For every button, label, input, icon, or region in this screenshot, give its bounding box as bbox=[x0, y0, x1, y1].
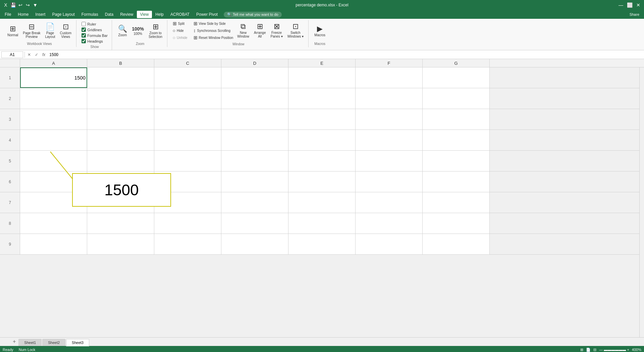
hide-button[interactable]: ○ Hide bbox=[171, 27, 192, 34]
formula-input[interactable] bbox=[48, 52, 643, 58]
cell-a3[interactable] bbox=[20, 109, 87, 130]
cell-g3[interactable] bbox=[423, 109, 490, 130]
sheet-tab-1[interactable]: Sheet1 bbox=[18, 339, 42, 346]
cell-d7[interactable] bbox=[221, 192, 288, 213]
custom-views-button[interactable]: ⊡ CustomViews bbox=[58, 21, 73, 40]
row-number-6[interactable]: 6 bbox=[0, 171, 20, 192]
customize-icon[interactable]: ▼ bbox=[32, 2, 38, 8]
cell-reference-box[interactable]: A1 bbox=[1, 51, 23, 58]
cell-a6[interactable] bbox=[20, 171, 87, 192]
menu-formulas[interactable]: Formulas bbox=[78, 11, 102, 18]
cell-f5[interactable] bbox=[356, 151, 423, 171]
cell-b2[interactable] bbox=[87, 88, 154, 109]
menu-acrobat[interactable]: ACROBAT bbox=[167, 11, 193, 18]
menu-review[interactable]: Review bbox=[117, 11, 137, 18]
cell-g9[interactable] bbox=[423, 234, 490, 254]
cell-b5[interactable] bbox=[87, 151, 154, 171]
menu-home[interactable]: Home bbox=[14, 11, 32, 18]
cell-d5[interactable] bbox=[221, 151, 288, 171]
cell-e8[interactable] bbox=[288, 213, 356, 234]
cell-d4[interactable] bbox=[221, 130, 288, 150]
cell-a8[interactable] bbox=[20, 213, 87, 234]
menu-view[interactable]: View bbox=[137, 11, 152, 18]
cell-d8[interactable] bbox=[221, 213, 288, 234]
menu-data[interactable]: Data bbox=[102, 11, 117, 18]
cell-b3[interactable] bbox=[87, 109, 154, 130]
reset-window-button[interactable]: ⊞ Reset Window Position bbox=[192, 34, 235, 41]
redo-icon[interactable]: ↪ bbox=[25, 2, 31, 8]
cell-g4[interactable] bbox=[423, 130, 490, 150]
cell-e2[interactable] bbox=[288, 88, 356, 109]
cell-d1[interactable] bbox=[221, 67, 288, 88]
zoom-button[interactable]: 🔍 Zoom bbox=[116, 21, 129, 40]
cell-g1[interactable] bbox=[423, 67, 490, 88]
page-break-view-icon[interactable]: ⊟ bbox=[593, 348, 596, 352]
ruler-checkbox[interactable] bbox=[82, 22, 86, 26]
cell-c3[interactable] bbox=[154, 109, 221, 130]
undo-icon[interactable]: ↩ bbox=[17, 2, 23, 8]
share-button[interactable]: Share bbox=[626, 11, 643, 18]
normal-view-icon[interactable]: ⊞ bbox=[580, 348, 583, 352]
cell-c6[interactable] bbox=[154, 171, 221, 192]
unhide-button[interactable]: ○ Unhide bbox=[171, 34, 192, 41]
switch-windows-button[interactable]: ⊡ SwitchWindows ▾ bbox=[285, 20, 306, 41]
row-number-4[interactable]: 4 bbox=[0, 130, 20, 150]
col-header-f[interactable]: F bbox=[356, 59, 423, 67]
row-number-2[interactable]: 2 bbox=[0, 88, 20, 109]
row-number-9[interactable]: 9 bbox=[0, 234, 20, 254]
zoom-slider[interactable]: — ▬▬▬▬▬▬ + bbox=[599, 348, 629, 352]
cell-b7[interactable] bbox=[87, 192, 154, 213]
cell-a9[interactable] bbox=[20, 234, 87, 254]
menu-help[interactable]: Help bbox=[152, 11, 167, 18]
cell-e9[interactable] bbox=[288, 234, 356, 254]
col-header-g[interactable]: G bbox=[423, 59, 490, 67]
cell-f4[interactable] bbox=[356, 130, 423, 150]
add-sheet-button[interactable]: + bbox=[10, 337, 18, 346]
restore-button[interactable]: ⬜ bbox=[627, 2, 633, 8]
cell-g2[interactable] bbox=[423, 88, 490, 109]
cell-b6[interactable] bbox=[87, 171, 154, 192]
col-header-d[interactable]: D bbox=[221, 59, 288, 67]
page-layout-view-icon[interactable]: 📄 bbox=[586, 348, 591, 352]
cell-f9[interactable] bbox=[356, 234, 423, 254]
cell-e7[interactable] bbox=[288, 192, 356, 213]
cell-c7[interactable] bbox=[154, 192, 221, 213]
view-side-by-side-button[interactable]: ⊞ View Side by Side bbox=[192, 20, 235, 27]
insert-function-button[interactable]: fx bbox=[41, 52, 47, 58]
split-button[interactable]: ⊞ Split bbox=[171, 20, 192, 27]
gridlines-check[interactable]: Gridlines bbox=[80, 27, 103, 32]
save-icon[interactable]: 💾 bbox=[10, 2, 16, 8]
macros-button[interactable]: ▶ Macros bbox=[312, 21, 327, 40]
cell-c2[interactable] bbox=[154, 88, 221, 109]
menu-power-pivot[interactable]: Power Pivot bbox=[193, 11, 221, 18]
menu-file[interactable]: File bbox=[1, 11, 14, 18]
cell-g7[interactable] bbox=[423, 192, 490, 213]
cell-d2[interactable] bbox=[221, 88, 288, 109]
cell-b9[interactable] bbox=[87, 234, 154, 254]
zoom-to-selection-button[interactable]: ⊞ Zoom toSelection bbox=[147, 21, 164, 40]
tell-me-bar[interactable]: 🔍 Tell me what you want to do bbox=[224, 12, 282, 17]
cell-e3[interactable] bbox=[288, 109, 356, 130]
cell-c9[interactable] bbox=[154, 234, 221, 254]
cell-f6[interactable] bbox=[356, 171, 423, 192]
confirm-formula-button[interactable]: ✓ bbox=[34, 52, 40, 58]
cancel-formula-button[interactable]: ✕ bbox=[26, 52, 32, 58]
cell-f2[interactable] bbox=[356, 88, 423, 109]
cell-d9[interactable] bbox=[221, 234, 288, 254]
row-number-7[interactable]: 7 bbox=[0, 192, 20, 213]
row-number-1[interactable]: 1 bbox=[0, 67, 20, 88]
cell-f3[interactable] bbox=[356, 109, 423, 130]
cell-b4[interactable] bbox=[87, 130, 154, 150]
cell-c4[interactable] bbox=[154, 130, 221, 150]
formula-bar-checkbox[interactable] bbox=[82, 33, 86, 38]
cell-g8[interactable] bbox=[423, 213, 490, 234]
sheet-tab-3[interactable]: Sheet3 bbox=[66, 339, 89, 346]
cell-e4[interactable] bbox=[288, 130, 356, 150]
cell-d3[interactable] bbox=[221, 109, 288, 130]
page-break-button[interactable]: ⊟ Page BreakPreview bbox=[21, 21, 42, 40]
normal-button[interactable]: ⊞ Normal bbox=[5, 21, 20, 40]
row-number-5[interactable]: 5 bbox=[0, 151, 20, 171]
cell-a2[interactable] bbox=[20, 88, 87, 109]
zoom100-button[interactable]: 100% 100% bbox=[130, 21, 146, 40]
row-number-8[interactable]: 8 bbox=[0, 213, 20, 234]
